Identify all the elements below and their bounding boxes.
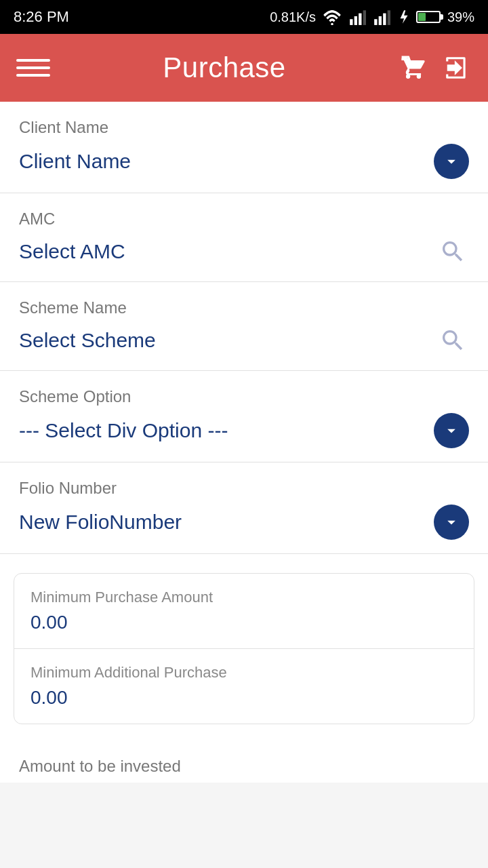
scheme-option-value: --- Select Div Option --- [19, 419, 228, 442]
search-icon [439, 238, 466, 265]
min-additional-label: Minimum Additional Purchase [30, 664, 458, 682]
folio-number-value: New FolioNumber [19, 511, 182, 534]
scheme-option-label: Scheme Option [19, 387, 469, 406]
page-title: Purchase [50, 52, 399, 84]
chevron-down-icon [442, 152, 461, 171]
battery-indicator [416, 11, 441, 23]
network-speed: 0.81K/s [270, 9, 316, 25]
scheme-option-group: Scheme Option --- Select Div Option --- [0, 371, 488, 462]
amount-label: Amount to be invested [0, 743, 488, 783]
svg-rect-5 [374, 19, 377, 25]
client-name-row[interactable]: Client Name [19, 144, 469, 193]
svg-rect-4 [363, 10, 366, 25]
svg-point-0 [331, 23, 333, 25]
wifi-icon [323, 9, 342, 25]
min-purchase-value: 0.00 [30, 612, 458, 633]
chevron-down-icon-3 [442, 513, 461, 532]
client-name-label: Client Name [19, 118, 469, 137]
folio-number-row[interactable]: New FolioNumber [19, 505, 469, 553]
folio-number-dropdown[interactable] [434, 505, 469, 540]
menu-button[interactable] [16, 59, 50, 77]
app-bar: Purchase [0, 34, 488, 102]
svg-rect-2 [354, 16, 357, 25]
scheme-name-row[interactable]: Select Scheme [19, 324, 469, 370]
amc-value: Select AMC [19, 240, 125, 263]
svg-rect-3 [359, 14, 361, 25]
amc-label: AMC [19, 210, 469, 229]
svg-rect-1 [350, 19, 352, 25]
client-name-dropdown[interactable] [434, 144, 469, 179]
time-display: 8:26 PM [14, 8, 69, 26]
charging-icon [397, 9, 409, 25]
signal-icon-2 [373, 9, 390, 25]
amc-group: AMC Select AMC [0, 193, 488, 282]
folio-number-label: Folio Number [19, 479, 469, 498]
client-name-value: Client Name [19, 150, 131, 173]
amc-row[interactable]: Select AMC [19, 235, 469, 281]
scheme-option-row[interactable]: --- Select Div Option --- [19, 413, 469, 462]
logout-icon [444, 55, 470, 81]
svg-rect-6 [379, 16, 382, 25]
info-card: Minimum Purchase Amount 0.00 Minimum Add… [14, 573, 474, 724]
client-name-group: Client Name Client Name [0, 102, 488, 193]
logout-button[interactable] [442, 53, 472, 83]
status-bar: 8:26 PM 0.81K/s [0, 0, 488, 34]
folio-number-group: Folio Number New FolioNumber [0, 462, 488, 554]
scheme-search-button[interactable] [436, 324, 469, 357]
min-additional-row: Minimum Additional Purchase 0.00 [14, 648, 474, 724]
search-icon-2 [439, 327, 466, 354]
scheme-name-value: Select Scheme [19, 329, 156, 352]
scheme-option-dropdown[interactable] [434, 413, 469, 448]
cart-button[interactable] [399, 53, 428, 83]
min-purchase-row: Minimum Purchase Amount 0.00 [14, 574, 474, 648]
min-purchase-label: Minimum Purchase Amount [30, 589, 458, 606]
svg-rect-8 [388, 10, 390, 25]
svg-rect-7 [383, 14, 386, 25]
min-additional-value: 0.00 [30, 687, 458, 709]
form-content: Client Name Client Name AMC Select AMC S… [0, 102, 488, 783]
amc-search-button[interactable] [436, 235, 469, 268]
signal-icon-1 [348, 9, 366, 25]
scheme-name-group: Scheme Name Select Scheme [0, 282, 488, 371]
battery-percent: 39% [447, 9, 474, 25]
app-bar-actions [399, 53, 472, 83]
cart-icon [401, 55, 426, 81]
scheme-name-label: Scheme Name [19, 298, 469, 317]
status-right: 0.81K/s [270, 9, 474, 25]
chevron-down-icon-2 [442, 421, 461, 440]
